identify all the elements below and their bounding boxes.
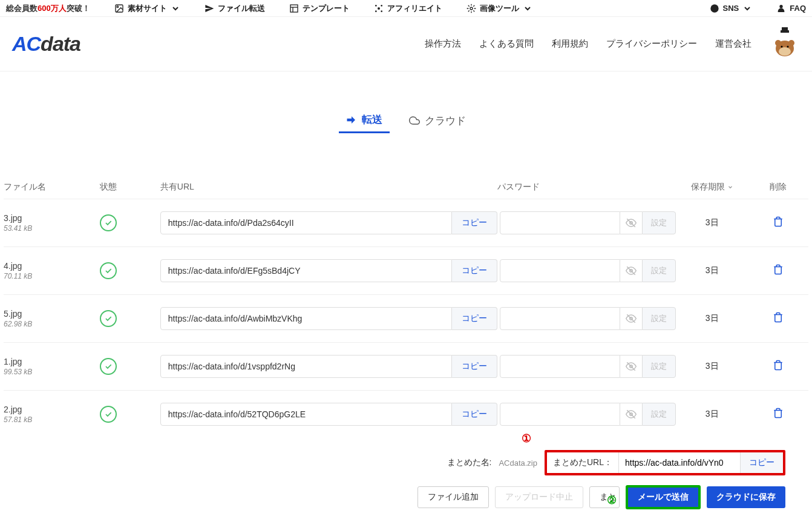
url-cell: コピー [160, 307, 497, 330]
trash-icon[interactable] [773, 264, 784, 275]
nav-terms[interactable]: 利用規約 [552, 38, 588, 50]
topnav-file-transfer[interactable]: ファイル転送 [205, 3, 265, 14]
nav-privacy[interactable]: プライバシーポリシー [606, 38, 697, 50]
gear-icon [467, 4, 476, 13]
copy-button[interactable]: コピー [452, 211, 497, 234]
file-name: 2.jpg [4, 405, 100, 414]
status-cell [100, 214, 160, 231]
password-cell: 設定 [497, 259, 676, 282]
summary-url-group: まとめたURL： コピー [545, 450, 785, 475]
tabs: 転送 クラウド [0, 108, 812, 133]
eye-toggle-icon[interactable] [620, 403, 642, 426]
svg-point-19 [781, 46, 783, 48]
send-mail-button[interactable]: メールで送信 [626, 485, 701, 509]
topnav-label: SNS [723, 4, 739, 13]
table-row: 3.jpg 53.41 kB コピー 設定 3日 [4, 199, 808, 246]
trash-icon[interactable] [773, 312, 784, 323]
nav-howto[interactable]: 操作方法 [425, 38, 461, 50]
file-name-cell: 1.jpg 99.53 kB [4, 357, 100, 376]
password-input[interactable] [500, 307, 620, 330]
status-success-icon [100, 310, 117, 327]
password-cell: 設定 [497, 211, 676, 234]
copy-button[interactable]: コピー [452, 403, 497, 426]
action-buttons: ファイル追加 アップロード中止 まと ② メールで送信 クラウドに保存 [0, 485, 812, 509]
eye-toggle-icon[interactable] [620, 211, 642, 234]
chevron-down-icon [742, 4, 752, 13]
password-input[interactable] [500, 259, 620, 282]
topnav-label: ファイル転送 [218, 3, 265, 14]
password-set-button[interactable]: 設定 [642, 211, 676, 234]
header-retention[interactable]: 保存期限 [676, 182, 748, 193]
table-row: 1.jpg 99.53 kB コピー 設定 3日 [4, 342, 808, 390]
retention-cell: 3日 [676, 313, 748, 324]
logo[interactable]: ACdata [12, 32, 80, 56]
copy-button[interactable]: コピー [452, 355, 497, 378]
topnav-image-tool[interactable]: 画像ツール [467, 3, 532, 14]
password-set-button[interactable]: 設定 [642, 259, 676, 282]
share-url-input[interactable] [160, 403, 452, 426]
eye-toggle-icon[interactable] [620, 307, 642, 330]
retention-cell: 3日 [676, 265, 748, 276]
password-set-button[interactable]: 設定 [642, 403, 676, 426]
password-set-button[interactable]: 設定 [642, 355, 676, 378]
share-url-input[interactable] [160, 211, 452, 234]
tab-transfer[interactable]: 転送 [339, 108, 390, 133]
topnav-material-site[interactable]: 素材サイト [114, 3, 180, 14]
copy-button[interactable]: コピー [452, 259, 497, 282]
copy-button[interactable]: コピー [452, 307, 497, 330]
status-cell [100, 262, 160, 279]
save-cloud-button[interactable]: クラウドに保存 [707, 486, 785, 508]
eye-toggle-icon[interactable] [620, 259, 642, 282]
nav-faq[interactable]: よくある質問 [479, 38, 534, 50]
trash-icon[interactable] [773, 216, 784, 227]
trash-icon[interactable] [773, 360, 784, 371]
svg-point-1 [117, 6, 119, 8]
bear-mascot-icon [770, 27, 800, 61]
password-input[interactable] [500, 403, 620, 426]
eye-toggle-icon[interactable] [620, 355, 642, 378]
svg-point-7 [381, 5, 382, 7]
file-size: 62.98 kB [4, 320, 100, 328]
topnav-template[interactable]: テンプレート [289, 3, 350, 14]
password-input[interactable] [500, 355, 620, 378]
password-set-button[interactable]: 設定 [642, 307, 676, 330]
person-icon [776, 4, 786, 13]
svg-rect-18 [782, 27, 788, 31]
delete-cell [748, 312, 808, 325]
retention-cell: 3日 [676, 409, 748, 420]
status-success-icon [100, 214, 117, 231]
network-icon [374, 4, 384, 13]
summary-url-input[interactable] [619, 452, 740, 473]
topnav-faq[interactable]: FAQ [776, 4, 806, 13]
summary-name-label: まとめた名: [447, 457, 492, 468]
delete-cell [748, 264, 808, 277]
url-cell: コピー [160, 355, 497, 378]
header-status: 状態 [100, 182, 160, 193]
password-input[interactable] [500, 211, 620, 234]
topnav-sns[interactable]: SNS [710, 4, 753, 13]
share-url-input[interactable] [160, 355, 452, 378]
file-table: ファイル名 状態 共有URL パスワード 保存期限 削除 3.jpg 53.41… [0, 176, 812, 438]
svg-point-16 [788, 40, 794, 46]
nav-company[interactable]: 運営会社 [715, 38, 751, 50]
topnav-affiliate[interactable]: アフィリエイト [374, 3, 442, 14]
arrow-right-icon [346, 114, 357, 125]
svg-point-15 [775, 40, 781, 46]
table-row: 5.jpg 62.98 kB コピー 設定 3日 [4, 294, 808, 342]
status-success-icon [100, 358, 117, 375]
trash-icon[interactable] [773, 408, 784, 418]
chevron-down-icon [727, 184, 733, 190]
send-icon [205, 4, 214, 13]
url-cell: コピー [160, 259, 497, 282]
add-file-button[interactable]: ファイル追加 [417, 486, 489, 508]
member-count: 総会員数600万人突破！ [6, 3, 90, 14]
top-bar: 総会員数600万人突破！ 素材サイト ファイル転送 テンプレート アフィリエイト… [0, 0, 812, 17]
delete-cell [748, 216, 808, 230]
share-url-input[interactable] [160, 259, 452, 282]
summary-copy-button[interactable]: コピー [740, 452, 783, 473]
svg-point-10 [470, 7, 473, 10]
cloud-icon [409, 115, 420, 126]
share-url-input[interactable] [160, 307, 452, 330]
status-success-icon [100, 262, 117, 279]
tab-cloud[interactable]: クラウド [402, 109, 473, 133]
